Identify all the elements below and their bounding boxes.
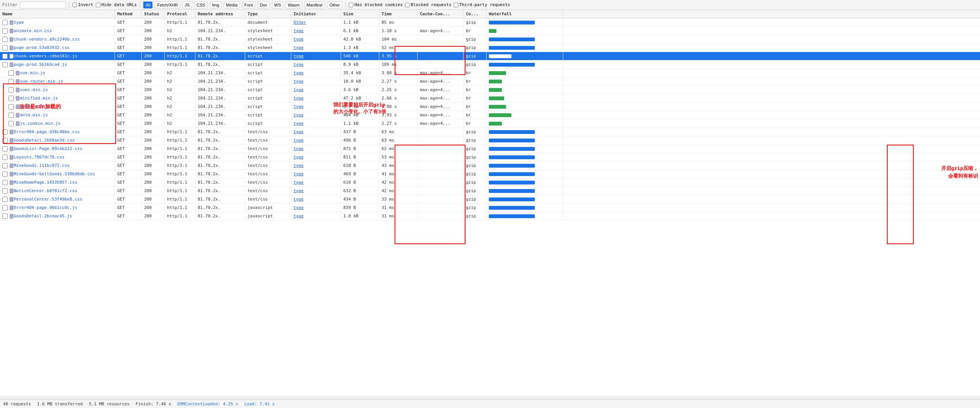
initiator-cell[interactable]: type [291,44,341,52]
filter-font-button[interactable]: Font [242,2,255,8]
row-checkbox[interactable] [8,113,14,118]
filter-wasm-button[interactable]: Wasm [285,2,302,8]
col-status[interactable]: Status [142,10,165,18]
col-size[interactable]: Size [341,10,379,18]
table-row[interactable]: GoodsList-Page.09ceb222.css GET 200 http… [0,145,980,153]
has-blocked-cookies-checkbox[interactable]: Has blocked cookies [349,2,403,7]
filter-fetch-xhr-button[interactable]: Fetch/XHR [155,2,180,8]
table-row[interactable]: axios.min.js GET 200 h2 104.21.234. scri… [0,103,980,111]
filter-ws-button[interactable]: WS [272,2,284,8]
col-type[interactable]: Type [245,10,291,18]
row-checkbox[interactable] [2,37,8,42]
row-checkbox[interactable] [2,62,8,67]
initiator-cell[interactable]: type [291,35,341,43]
row-checkbox[interactable] [8,70,14,76]
filter-doc-button[interactable]: Doc [257,2,270,8]
row-checkbox[interactable] [2,197,8,202]
initiator-cell[interactable]: type [291,162,341,170]
row-checkbox[interactable] [8,96,14,101]
table-row[interactable]: PersonalCenter.53f496e8.css GET 200 http… [0,195,980,204]
row-checkbox[interactable] [2,54,8,59]
table-row[interactable]: NoticeCenter.b8f81cf2.css GET 200 http/1… [0,187,980,195]
row-checkbox[interactable] [2,129,8,135]
third-party-requests-checkbox[interactable]: Third-party requests [454,2,510,7]
initiator-cell[interactable]: type [291,111,341,119]
table-row[interactable]: chunk-vendors.a9c2246b.css GET 200 http/… [0,35,980,44]
initiator-cell[interactable]: Other [291,18,341,26]
table-row[interactable]: Layouts.7867dc78.css GET 200 http/1.1 81… [0,153,980,162]
col-initiator[interactable]: Initiator [291,10,341,18]
table-row[interactable]: MineGoods.111bc072.css GET 200 http/1.1 … [0,162,980,170]
col-method[interactable]: Method [115,10,142,18]
table-row[interactable]: Error404-page.d38c48be.css GET 200 http/… [0,128,980,136]
row-checkbox[interactable] [8,87,14,93]
col-time[interactable]: Time [379,10,418,18]
initiator-cell[interactable]: type [291,103,341,111]
col-cache[interactable]: Cache-Con... [418,10,464,18]
filter-input[interactable] [20,2,66,8]
initiator-cell[interactable]: type [291,69,341,77]
col-remote[interactable]: Remote address [195,10,245,18]
initiator-cell[interactable]: type [291,178,341,186]
initiator-cell[interactable]: type [291,187,341,195]
table-row[interactable]: GoodsDetail.2660ae3d.css GET 200 http/1.… [0,136,980,145]
table-row[interactable]: animate.min.css GET 200 h2 104.21.234. s… [0,27,980,35]
row-checkbox[interactable] [2,138,8,143]
initiator-cell[interactable]: type [291,128,341,136]
blocked-requests-checkbox[interactable]: Blocked requests [405,2,451,7]
table-row[interactable]: vuex.min.js GET 200 h2 104.21.234. scrip… [0,86,980,94]
filter-css-button[interactable]: CSS [194,2,208,8]
initiator-cell[interactable]: type [291,195,341,203]
row-checkbox[interactable] [2,28,8,34]
table-row[interactable]: Error404-page.96b1cc0c.js GET 200 http/1… [0,204,980,212]
filter-all-button[interactable]: All [143,2,152,8]
filter-js-button[interactable]: JS [182,2,192,8]
table-row[interactable]: js.cookie.min.js GET 200 h2 104.21.234. … [0,119,980,128]
row-checkbox[interactable] [2,180,8,185]
table-row[interactable]: minified.min.js GET 200 h2 104.21.234. s… [0,94,980,103]
initiator-cell[interactable]: type [291,170,341,178]
filter-media-button[interactable]: Media [224,2,240,8]
initiator-cell[interactable]: type [291,119,341,127]
hide-data-urls-checkbox[interactable]: Hide data URLs [96,2,137,7]
initiator-cell[interactable]: type [291,94,341,102]
col-protocol[interactable]: Protocol [165,10,195,18]
row-checkbox[interactable] [2,45,8,51]
table-row[interactable]: puge-prod.53a83932.css GET 200 http/1.1 … [0,44,980,52]
filter-manifest-button[interactable]: Manifest [304,2,325,8]
table-row[interactable]: MineGoods~SellGoods.530bd6db.css GET 200… [0,170,980,178]
table-row[interactable]: chunk-vendors.cdbe341c.js GET 200 http/1… [0,52,980,60]
initiator-cell[interactable]: type [291,86,341,94]
col-encoding[interactable]: Co... [464,10,487,18]
table-row[interactable]: antd.min.js GET 200 h2 104.21.234. scrip… [0,111,980,119]
row-checkbox[interactable] [2,171,8,177]
initiator-cell[interactable]: type [291,212,341,220]
row-checkbox[interactable] [2,155,8,160]
table-row[interactable]: GoodsDetail.2bceac45.js GET 200 http/1.1… [0,212,980,220]
table-row[interactable]: type GET 200 http/1.1 81.70.2x. document… [0,18,980,27]
filter-other-button[interactable]: Other [327,2,343,8]
initiator-cell[interactable]: type [291,136,341,144]
row-checkbox[interactable] [2,146,8,152]
filter-img-button[interactable]: Img [210,2,221,8]
table-row[interactable]: vue-router.min.js GET 200 h2 104.21.234.… [0,77,980,86]
initiator-cell[interactable]: type [291,60,341,69]
col-name[interactable]: Name [0,10,115,18]
table-row[interactable]: puge-prod.5b169ca4.js GET 200 http/1.1 8… [0,60,980,69]
row-checkbox[interactable] [8,79,14,84]
row-checkbox[interactable] [8,104,14,109]
initiator-cell[interactable]: type [291,204,341,212]
row-checkbox[interactable] [2,205,8,211]
row-checkbox[interactable] [2,214,8,219]
row-checkbox[interactable] [2,20,8,25]
initiator-cell[interactable]: type [291,52,341,60]
initiator-cell[interactable]: type [291,153,341,161]
row-checkbox[interactable] [2,188,8,194]
row-checkbox[interactable] [2,163,8,168]
initiator-cell[interactable]: type [291,77,341,85]
invert-checkbox[interactable]: Invert [72,2,93,7]
initiator-cell[interactable]: type [291,27,341,35]
row-checkbox[interactable] [8,121,14,126]
col-waterfall[interactable]: Waterfall [487,10,563,18]
table-row[interactable]: MineHomePage.14335857.css GET 200 http/1… [0,178,980,187]
